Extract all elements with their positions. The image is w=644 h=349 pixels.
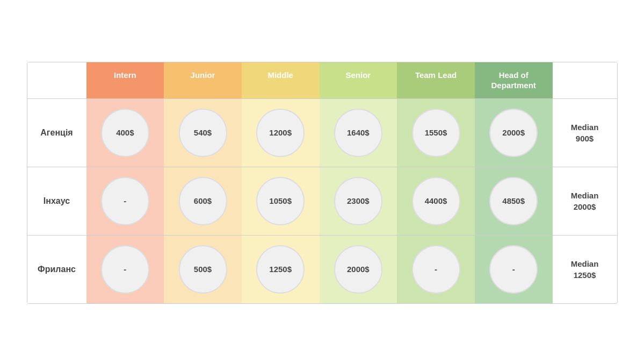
cell-2-5: - <box>475 236 553 303</box>
median-2: Median1250$ <box>553 236 617 303</box>
median-header-spacer <box>553 62 617 98</box>
col-header-teamlead: Team Lead <box>397 62 475 98</box>
cell-0-1: 540$ <box>164 99 242 167</box>
circle-1-4: 4400$ <box>412 177 460 225</box>
col-header-head: Head of Department <box>475 62 553 98</box>
row-label-2: Фриланс <box>27 236 86 303</box>
cell-1-2: 1050$ <box>242 167 320 235</box>
cell-0-5: 2000$ <box>475 99 553 167</box>
row-label-0: Агенція <box>27 99 86 167</box>
circle-1-0: - <box>101 177 149 225</box>
circle-0-2: 1200$ <box>256 109 305 157</box>
col-header-middle: Middle <box>242 62 320 98</box>
col-header-intern: Intern <box>86 62 164 98</box>
circle-1-3: 2300$ <box>334 177 382 225</box>
circle-2-1: 500$ <box>179 245 227 294</box>
data-row-2: Фриланс-500$1250$2000$--Median1250$ <box>27 235 617 303</box>
row-label-1: Інхаус <box>27 167 86 235</box>
circle-2-5: - <box>489 245 538 294</box>
cell-2-0: - <box>86 236 164 303</box>
circle-0-1: 540$ <box>179 109 227 157</box>
cell-1-4: 4400$ <box>397 167 475 235</box>
circle-1-1: 600$ <box>179 177 227 225</box>
header-row: InternJuniorMiddleSeniorTeam LeadHead of… <box>27 62 617 98</box>
circle-2-4: - <box>412 245 460 294</box>
circle-0-0: 400$ <box>101 109 149 157</box>
circle-1-2: 1050$ <box>256 177 305 225</box>
circle-0-4: 1550$ <box>412 109 460 157</box>
circle-2-2: 1250$ <box>256 245 305 294</box>
median-1: Median2000$ <box>553 167 617 235</box>
cell-1-1: 600$ <box>164 167 242 235</box>
circle-2-0: - <box>101 245 149 294</box>
circle-1-5: 4850$ <box>489 177 538 225</box>
salary-table: InternJuniorMiddleSeniorTeam LeadHead of… <box>27 62 618 304</box>
circle-2-3: 2000$ <box>334 245 382 294</box>
cell-2-4: - <box>397 236 475 303</box>
cell-0-3: 1640$ <box>320 99 397 167</box>
data-row-0: Агенція400$540$1200$1640$1550$2000$Media… <box>27 98 617 167</box>
page-wrapper: InternJuniorMiddleSeniorTeam LeadHead of… <box>27 35 618 315</box>
cell-1-3: 2300$ <box>320 167 397 235</box>
empty-header <box>27 62 86 98</box>
median-0: Median900$ <box>553 99 617 167</box>
data-row-1: Інхаус-600$1050$2300$4400$4850$Median200… <box>27 167 617 235</box>
cell-2-3: 2000$ <box>320 236 397 303</box>
cell-1-5: 4850$ <box>475 167 553 235</box>
cell-2-2: 1250$ <box>242 236 320 303</box>
cell-0-2: 1200$ <box>242 99 320 167</box>
col-header-senior: Senior <box>320 62 397 98</box>
circle-0-5: 2000$ <box>489 109 538 157</box>
cell-0-4: 1550$ <box>397 99 475 167</box>
cell-1-0: - <box>86 167 164 235</box>
cell-0-0: 400$ <box>86 99 164 167</box>
cell-2-1: 500$ <box>164 236 242 303</box>
col-header-junior: Junior <box>164 62 242 98</box>
circle-0-3: 1640$ <box>334 109 382 157</box>
